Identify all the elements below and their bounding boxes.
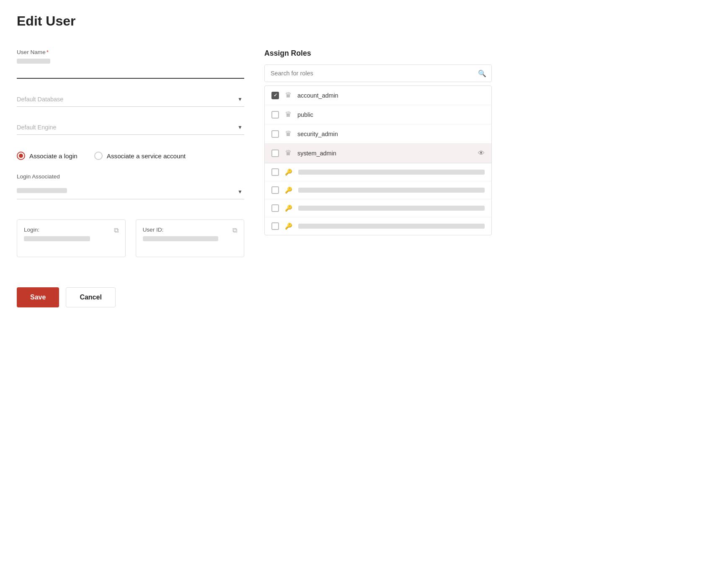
role-checkbox-account-admin[interactable] — [271, 92, 279, 99]
roles-list: ♛ account_admin ♛ public ♛ security_admi… — [264, 85, 492, 235]
default-database-select[interactable]: Default Database — [17, 96, 244, 103]
radio-service-label: Associate a service account — [107, 152, 186, 160]
username-field-group: User Name* — [17, 49, 244, 79]
role-item-public[interactable]: ♛ public — [265, 105, 491, 124]
default-engine-select[interactable]: Default Engine — [17, 124, 244, 131]
role-item-security-admin[interactable]: ♛ security_admin — [265, 124, 491, 144]
crown-icon-security-admin: ♛ — [285, 129, 292, 138]
role-name-blurred-1 — [298, 170, 485, 175]
role-name-system-admin: system_admin — [297, 150, 485, 157]
cancel-button[interactable]: Cancel — [66, 287, 115, 307]
role-name-blurred-4 — [298, 224, 485, 229]
radio-service-option[interactable]: Associate a service account — [94, 152, 186, 160]
login-associated-section: Login Associated ▼ — [17, 173, 244, 199]
key-icon-4: 🔑 — [285, 223, 292, 230]
role-checkbox-key-3[interactable] — [271, 204, 279, 212]
userid-copy-icon[interactable]: ⧉ — [232, 227, 237, 234]
role-name-public: public — [297, 111, 485, 118]
association-radio-group: Associate a login Associate a service ac… — [17, 152, 244, 160]
role-name-blurred-2 — [298, 188, 485, 193]
role-name-security-admin: security_admin — [297, 131, 485, 137]
login-associated-label: Login Associated — [17, 173, 244, 180]
bottom-actions: Save Cancel — [17, 277, 492, 307]
login-info-label: Login: — [24, 227, 39, 233]
role-name-blurred-3 — [298, 206, 485, 211]
role-checkbox-key-1[interactable] — [271, 168, 279, 176]
key-icon-3: 🔑 — [285, 205, 292, 212]
search-roles-wrapper: 🔍 — [264, 64, 492, 82]
assign-roles-title: Assign Roles — [264, 49, 492, 58]
key-icon-1: 🔑 — [285, 169, 292, 176]
role-item-account-admin[interactable]: ♛ account_admin — [265, 86, 491, 105]
role-checkbox-key-4[interactable] — [271, 222, 279, 230]
save-button[interactable]: Save — [17, 287, 59, 307]
username-label: User Name* — [17, 49, 244, 55]
role-item-key-1[interactable]: 🔑 — [265, 163, 491, 181]
role-checkbox-security-admin[interactable] — [271, 130, 279, 138]
role-item-key-3[interactable]: 🔑 — [265, 199, 491, 217]
default-engine-group: Default Engine ▼ — [17, 120, 244, 135]
eye-icon-system-admin: 👁 — [478, 150, 485, 157]
role-item-key-4[interactable]: 🔑 — [265, 217, 491, 235]
login-copy-icon[interactable]: ⧉ — [114, 227, 119, 234]
userid-info-value — [143, 236, 218, 241]
crown-icon-system-admin: ♛ — [285, 149, 292, 157]
userid-info-label: User ID: — [143, 227, 164, 233]
username-input[interactable] — [17, 66, 244, 76]
userid-info-box: User ID: ⧉ — [136, 219, 245, 257]
radio-login-option[interactable]: Associate a login — [17, 152, 77, 160]
role-name-account-admin: account_admin — [297, 92, 485, 99]
page-title: Edit User — [17, 13, 492, 29]
login-info-value — [24, 236, 90, 241]
crown-icon-account-admin: ♛ — [285, 91, 292, 100]
info-boxes: Login: ⧉ User ID: ⧉ — [17, 219, 244, 257]
default-database-group: Default Database ▼ — [17, 92, 244, 107]
radio-login-btn[interactable] — [17, 152, 25, 160]
role-checkbox-public[interactable] — [271, 111, 279, 119]
login-info-box: Login: ⧉ — [17, 219, 126, 257]
search-roles-input[interactable] — [265, 65, 491, 82]
radio-service-btn[interactable] — [94, 152, 103, 160]
role-item-key-2[interactable]: 🔑 — [265, 181, 491, 199]
assign-roles-panel: Assign Roles 🔍 ♛ account_admin ♛ public … — [264, 49, 492, 257]
radio-login-label: Associate a login — [29, 152, 77, 160]
crown-icon-public: ♛ — [285, 110, 292, 119]
role-checkbox-key-2[interactable] — [271, 186, 279, 194]
key-icon-2: 🔑 — [285, 187, 292, 194]
role-checkbox-system-admin[interactable] — [271, 150, 279, 157]
role-item-system-admin[interactable]: ♛ system_admin 👁 — [265, 144, 491, 163]
